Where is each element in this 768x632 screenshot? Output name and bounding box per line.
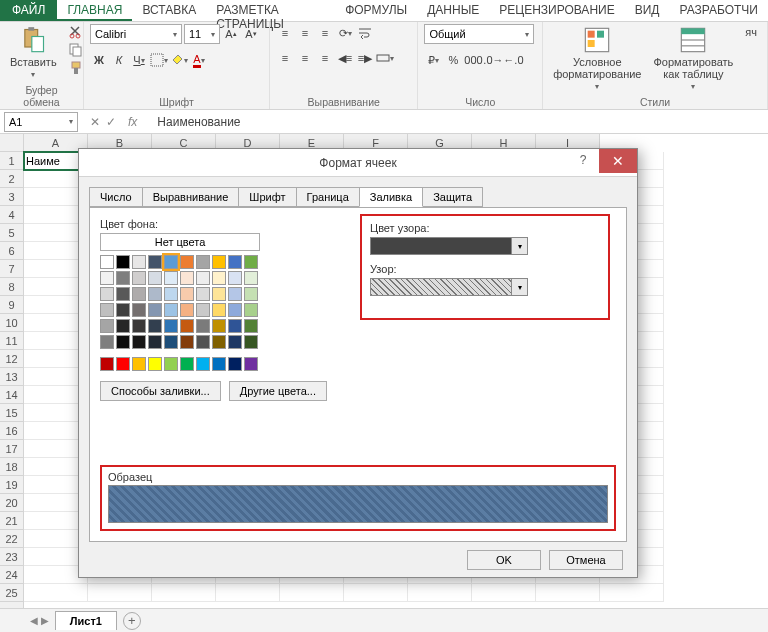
color-swatch[interactable] <box>100 335 114 349</box>
currency-button[interactable]: ₽▾ <box>424 51 442 69</box>
color-swatch[interactable] <box>164 319 178 333</box>
row-header[interactable]: 2 <box>0 170 23 188</box>
row-header[interactable]: 18 <box>0 458 23 476</box>
color-swatch[interactable] <box>244 271 258 285</box>
paste-button[interactable]: Вставить ▾ <box>6 24 61 81</box>
cell-styles-button[interactable]: яч <box>741 24 761 40</box>
row-header[interactable]: 14 <box>0 386 23 404</box>
color-swatch[interactable] <box>212 303 226 317</box>
color-swatch[interactable] <box>228 287 242 301</box>
row-header[interactable]: 23 <box>0 548 23 566</box>
align-top-button[interactable]: ≡ <box>276 24 294 42</box>
color-swatch[interactable] <box>196 271 210 285</box>
color-swatch[interactable] <box>244 255 258 269</box>
cell[interactable] <box>88 584 152 602</box>
color-swatch[interactable] <box>132 303 146 317</box>
color-swatch[interactable] <box>116 287 130 301</box>
color-swatch[interactable] <box>148 255 162 269</box>
cell[interactable] <box>408 584 472 602</box>
row-header[interactable]: 6 <box>0 242 23 260</box>
color-swatch[interactable] <box>100 271 114 285</box>
accept-formula-button[interactable]: ✓ <box>106 115 116 129</box>
dialog-close-button[interactable]: ✕ <box>599 149 637 173</box>
cell[interactable] <box>216 584 280 602</box>
font-size-select[interactable]: 11▾ <box>184 24 220 44</box>
merge-button[interactable]: ▾ <box>376 49 394 67</box>
format-table-button[interactable]: Форматировать как таблицу▾ <box>649 24 737 93</box>
color-swatch[interactable] <box>228 357 242 371</box>
align-middle-button[interactable]: ≡ <box>296 24 314 42</box>
color-swatch[interactable] <box>100 303 114 317</box>
dlg-tab-protect[interactable]: Защита <box>422 187 483 207</box>
align-center-button[interactable]: ≡ <box>296 49 314 67</box>
color-swatch[interactable] <box>100 319 114 333</box>
cell[interactable] <box>152 584 216 602</box>
color-swatch[interactable] <box>148 319 162 333</box>
color-swatch[interactable] <box>212 319 226 333</box>
tab-dev[interactable]: РАЗРАБОТЧИ <box>669 0 768 21</box>
indent-dec-button[interactable]: ◀≡ <box>336 49 354 67</box>
color-swatch[interactable] <box>212 255 226 269</box>
color-swatch[interactable] <box>212 357 226 371</box>
row-header[interactable]: 11 <box>0 332 23 350</box>
color-swatch[interactable] <box>196 255 210 269</box>
color-swatch[interactable] <box>228 255 242 269</box>
color-swatch[interactable] <box>116 357 130 371</box>
row-header[interactable]: 21 <box>0 512 23 530</box>
color-swatch[interactable] <box>228 271 242 285</box>
cancel-button[interactable]: Отмена <box>549 550 623 570</box>
underline-button[interactable]: Ч ▾ <box>130 51 148 69</box>
cell[interactable] <box>472 584 536 602</box>
other-colors-button[interactable]: Другие цвета... <box>229 381 327 401</box>
color-swatch[interactable] <box>196 287 210 301</box>
color-swatch[interactable] <box>148 357 162 371</box>
align-right-button[interactable]: ≡ <box>316 49 334 67</box>
add-sheet-button[interactable]: + <box>123 612 141 630</box>
name-box[interactable]: A1▾ <box>4 112 78 132</box>
color-swatch[interactable] <box>244 303 258 317</box>
color-swatch[interactable] <box>180 303 194 317</box>
color-swatch[interactable] <box>180 271 194 285</box>
row-header[interactable]: 19 <box>0 476 23 494</box>
color-swatch[interactable] <box>180 357 194 371</box>
tab-review[interactable]: РЕЦЕНЗИРОВАНИЕ <box>489 0 624 21</box>
orientation-button[interactable]: ⟳▾ <box>336 24 354 42</box>
cell[interactable] <box>600 584 664 602</box>
color-swatch[interactable] <box>132 357 146 371</box>
border-button[interactable]: ▾ <box>150 51 168 69</box>
cell[interactable] <box>280 584 344 602</box>
row-header[interactable]: 20 <box>0 494 23 512</box>
color-swatch[interactable] <box>100 255 114 269</box>
color-swatch[interactable] <box>180 255 194 269</box>
grow-font-button[interactable]: A▴ <box>222 25 240 43</box>
dlg-tab-align[interactable]: Выравнивание <box>142 187 240 207</box>
color-swatch[interactable] <box>164 335 178 349</box>
color-swatch[interactable] <box>148 287 162 301</box>
color-swatch[interactable] <box>212 271 226 285</box>
row-header[interactable]: 13 <box>0 368 23 386</box>
row-header[interactable]: 22 <box>0 530 23 548</box>
color-swatch[interactable] <box>100 287 114 301</box>
color-swatch[interactable] <box>116 303 130 317</box>
format-painter-button[interactable] <box>67 60 85 76</box>
ok-button[interactable]: OK <box>467 550 541 570</box>
color-swatch[interactable] <box>116 255 130 269</box>
color-swatch[interactable] <box>132 335 146 349</box>
color-swatch[interactable] <box>116 319 130 333</box>
dlg-tab-font[interactable]: Шрифт <box>238 187 296 207</box>
dlg-tab-border[interactable]: Граница <box>296 187 360 207</box>
color-swatch[interactable] <box>132 271 146 285</box>
color-swatch[interactable] <box>180 287 194 301</box>
fx-icon[interactable]: fx <box>122 115 143 129</box>
row-header[interactable]: 16 <box>0 422 23 440</box>
pattern-style-select[interactable]: ▾ <box>370 278 528 296</box>
tab-view[interactable]: ВИД <box>625 0 670 21</box>
row-header[interactable]: 4 <box>0 206 23 224</box>
color-swatch[interactable] <box>244 319 258 333</box>
row-header[interactable]: 10 <box>0 314 23 332</box>
color-swatch[interactable] <box>164 357 178 371</box>
font-color-button[interactable]: А▾ <box>190 51 208 69</box>
tab-insert[interactable]: ВСТАВКА <box>132 0 206 21</box>
color-swatch[interactable] <box>196 335 210 349</box>
color-swatch[interactable] <box>116 271 130 285</box>
